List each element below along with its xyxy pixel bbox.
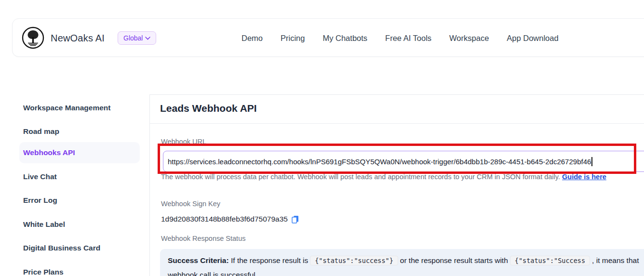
nav-item-pricing[interactable]: Pricing: [281, 34, 305, 43]
webhook-url-help-text: The webhook will process data per chatbo…: [161, 173, 606, 181]
webhook-response-status-label: Webhook Response Status: [161, 235, 245, 242]
code-snippet-success-prefix: {"status":"Success: [510, 256, 590, 265]
sidebar-item-white-label[interactable]: White Label: [19, 214, 140, 235]
copy-icon[interactable]: [292, 215, 299, 223]
chevron-down-icon: [145, 37, 150, 40]
sidebar-item-error-log[interactable]: Error Log: [19, 190, 140, 211]
top-header-bar: NewOaks AI Global Demo Pricing My Chatbo…: [12, 18, 644, 57]
webhook-sign-key-label: Webhook Sign Key: [161, 200, 220, 208]
sidebar-item-webhooks-api[interactable]: Webhooks API: [19, 142, 140, 163]
sidebar-item-digital-business-card[interactable]: Digital Business Card: [19, 237, 140, 259]
page-title: Leads Webhook API: [160, 103, 257, 114]
region-selector[interactable]: Global: [118, 31, 156, 45]
region-label: Global: [123, 34, 143, 42]
webhook-url-value: https://services.leadconnectorhq.com/hoo…: [168, 158, 591, 166]
webhook-sign-key-row: 1d9d20830f3148b88feb3f6d75079a35: [161, 215, 299, 223]
nav-item-my-chatbots[interactable]: My Chatbots: [322, 34, 367, 43]
sidebar-item-workspace-management[interactable]: Workspace Management: [19, 97, 140, 118]
brand-name: NewOaks AI: [51, 19, 105, 57]
webhook-url-input[interactable]: https://services.leadconnectorhq.com/hoo…: [163, 151, 644, 172]
oak-tree-logo-icon: [22, 26, 44, 49]
success-criteria-box: Success Criteria: If the response result…: [160, 249, 644, 276]
sidebar-item-live-chat[interactable]: Live Chat: [19, 166, 140, 187]
success-criteria-text-line2: webhook call is successful.: [168, 271, 644, 276]
main-nav: Demo Pricing My Chatbots Free AI Tools W…: [242, 19, 559, 57]
title-divider: [150, 123, 644, 124]
nav-item-workspace[interactable]: Workspace: [449, 34, 489, 43]
nav-item-free-ai-tools[interactable]: Free AI Tools: [385, 34, 431, 43]
success-criteria-text: Success Criteria: If the response result…: [168, 256, 644, 265]
guide-link[interactable]: Guide is here: [562, 173, 606, 181]
text-caret: [591, 157, 592, 166]
webhook-url-label: Webhook URL: [161, 138, 206, 145]
page: NewOaks AI Global Demo Pricing My Chatbo…: [0, 0, 644, 276]
nav-item-app-download[interactable]: App Download: [507, 34, 558, 43]
code-snippet-success: {"status":"success"}: [310, 256, 398, 265]
sidebar-item-price-plans[interactable]: Price Plans: [19, 262, 140, 276]
nav-item-demo[interactable]: Demo: [242, 34, 263, 43]
webhook-sign-key-value: 1d9d20830f3148b88feb3f6d75079a35: [161, 215, 288, 223]
sidebar-item-road-map[interactable]: Road map: [19, 121, 140, 142]
